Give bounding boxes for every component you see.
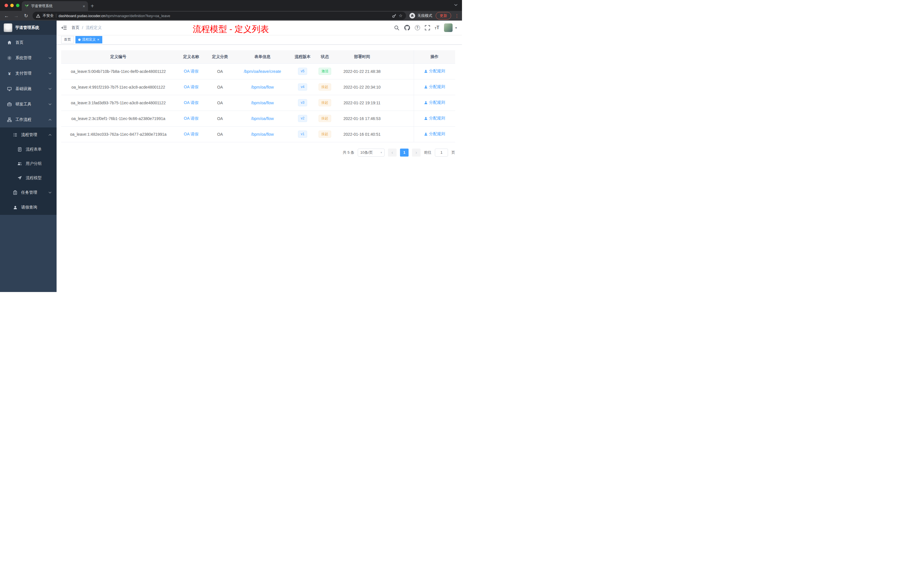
table-row: oa_leave:5:004b710b-7b8a-11ec-8ef0-acde4… — [61, 63, 455, 79]
github-icon[interactable] — [404, 25, 410, 31]
sidebar-item-infrastructure[interactable]: 基础设施 — [0, 81, 56, 97]
help-icon[interactable]: ? — [415, 25, 420, 30]
sidebar-menu: 首页 系统管理 ¥ 支付管理 基础设施 研发工具 — [0, 35, 56, 215]
fullscreen-icon[interactable] — [425, 25, 430, 30]
window-close-button[interactable] — [5, 4, 8, 7]
window-minimize-button[interactable] — [10, 4, 14, 7]
form-info-link[interactable]: /bpm/oa/leave/create — [244, 69, 281, 74]
tag-close-icon[interactable]: × — [97, 38, 99, 41]
col-definition-category: 定义分类 — [207, 50, 233, 63]
col-definition-name: 定义名称 — [175, 50, 207, 63]
sidebar-item-process-management[interactable]: 流程管理 — [0, 127, 56, 142]
definition-name-link[interactable]: OA 请假 — [184, 69, 198, 73]
page-content: 定义编号 定义名称 定义分类 表单信息 流程版本 状态 部署时间 操作 — [56, 45, 462, 157]
sidebar-item-workflow[interactable]: 工作流程 — [0, 112, 56, 127]
reload-icon[interactable]: ↻ — [23, 13, 29, 18]
chevron-down-icon — [49, 104, 51, 105]
password-key-icon[interactable] — [392, 13, 396, 18]
col-status: 状态 — [314, 50, 336, 63]
definition-id: oa_leave:5:004b710b-7b8a-11ec-8ef0-acde4… — [61, 63, 175, 79]
tab-close-icon[interactable]: × — [82, 4, 85, 8]
assign-rule-link[interactable]: 分配规则 — [424, 69, 445, 74]
navbar-actions: ? TT ▾ — [394, 23, 457, 32]
chrome-update-button[interactable]: 更新 — [436, 12, 451, 20]
form-info-link[interactable]: /bpm/oa/flow — [251, 132, 274, 137]
gear-icon — [7, 56, 12, 60]
sidebar-item-process-form[interactable]: 流程表单 — [0, 142, 56, 157]
definition-category: OA — [207, 63, 233, 79]
sidebar-item-system[interactable]: 系统管理 — [0, 50, 56, 66]
security-label: 不安全 — [43, 13, 54, 18]
user-icon — [424, 117, 428, 120]
form-info-link[interactable]: /bpm/oa/flow — [251, 101, 274, 105]
sidebar-item-process-model[interactable]: 流程模型 — [0, 171, 56, 185]
tags-view: 首页 流程定义 × — [56, 35, 462, 45]
goto-label: 前往 — [424, 150, 431, 155]
url-domain: dashboard.yudao.iocoder.cn — [59, 14, 105, 18]
yen-icon: ¥ — [7, 71, 12, 76]
definition-id: oa_leave:4:991f2193-7b7f-11ec-a3c8-acde4… — [61, 79, 175, 95]
sidebar-item-home[interactable]: 首页 — [0, 35, 56, 50]
workflow-icon — [7, 117, 12, 122]
forward-icon[interactable]: → — [13, 13, 20, 18]
form-info-link[interactable]: /bpm/oa/flow — [251, 116, 274, 121]
user-avatar[interactable] — [444, 23, 452, 32]
assign-rule-link[interactable]: 分配规则 — [424, 116, 445, 121]
deploy-time: 2022-01-16 17:46:53 — [336, 111, 388, 126]
address-bar[interactable]: 不安全 dashboard.yudao.iocoder.cn/bpm/manag… — [33, 12, 406, 20]
definition-table: 定义编号 定义名称 定义分类 表单信息 流程版本 状态 部署时间 操作 — [61, 50, 455, 142]
browser-toolbar: ← → ↻ 不安全 dashboard.yudao.iocoder.cn/bpm… — [0, 11, 462, 21]
url-path: /bpm/manager/definition?key=oa_leave — [105, 14, 170, 18]
deploy-time: 2022-01-16 01:40:51 — [336, 126, 388, 142]
tag-process-definition[interactable]: 流程定义 × — [76, 36, 102, 43]
avatar-caret-icon[interactable]: ▾ — [455, 26, 457, 30]
assign-rule-link[interactable]: 分配规则 — [424, 132, 445, 137]
browser-tab[interactable]: 芋道管理系统 × — [22, 1, 88, 11]
sidebar-item-payment[interactable]: ¥ 支付管理 — [0, 66, 56, 81]
sidebar-item-dev-tools[interactable]: 研发工具 — [0, 97, 56, 112]
definition-name-link[interactable]: OA 请假 — [184, 84, 198, 89]
form-info-link[interactable]: /bpm/oa/flow — [251, 85, 274, 89]
assign-rule-link[interactable]: 分配规则 — [424, 84, 445, 89]
next-page-button[interactable]: › — [412, 148, 421, 157]
deploy-time: 2022-01-22 21:48:38 — [336, 63, 388, 79]
user-icon — [13, 205, 18, 210]
font-size-icon[interactable]: TT — [435, 25, 439, 30]
col-filler — [388, 50, 414, 63]
search-icon[interactable] — [394, 25, 399, 31]
col-process-version: 流程版本 — [292, 50, 314, 63]
tab-overflow-icon[interactable] — [454, 4, 457, 6]
page-number-1[interactable]: 1 — [400, 148, 409, 157]
table-row: oa_leave:4:991f2193-7b7f-11ec-a3c8-acde4… — [61, 79, 455, 95]
window-zoom-button[interactable] — [16, 4, 20, 7]
user-icon — [424, 85, 428, 89]
definition-name-link[interactable]: OA 请假 — [184, 100, 198, 105]
sidebar-item-user-group[interactable]: 用户分组 — [0, 157, 56, 171]
prev-page-button[interactable]: ‹ — [388, 148, 396, 157]
new-tab-button[interactable]: + — [88, 2, 97, 10]
definition-id: oa_leave:1:482ec033-762a-11ec-8477-a2380… — [61, 126, 175, 142]
breadcrumb-home[interactable]: 首页 — [71, 25, 79, 30]
definition-name-link[interactable]: OA 请假 — [184, 116, 198, 120]
browser-menu-icon[interactable]: ⋮ — [455, 13, 459, 18]
active-tag-dot — [78, 39, 81, 41]
annotation-title: 流程模型 - 定义列表 — [193, 23, 269, 35]
app-title: 芋道管理系统 — [15, 25, 39, 30]
version-badge: v5 — [298, 68, 307, 75]
tag-home[interactable]: 首页 — [61, 36, 74, 43]
sidebar-item-task-management[interactable]: 任务管理 — [0, 185, 56, 200]
logo-avatar — [4, 23, 12, 32]
page-size-select[interactable]: 10条/页 ▾ — [358, 148, 384, 157]
sidebar-toggle-icon[interactable] — [61, 25, 67, 30]
assign-rule-link[interactable]: 分配规则 — [424, 100, 445, 105]
list-icon — [13, 133, 18, 137]
definition-name-link[interactable]: OA 请假 — [184, 132, 198, 136]
filler-cell — [388, 95, 414, 111]
tab-title: 芋道管理系统 — [31, 4, 80, 8]
goto-unit: 页 — [451, 150, 455, 155]
back-icon[interactable]: ← — [3, 13, 10, 18]
bookmark-star-icon[interactable]: ☆ — [399, 13, 403, 18]
sidebar-item-leave-query[interactable]: 请假查询 — [0, 200, 56, 215]
goto-page-input[interactable] — [435, 148, 448, 157]
col-form-info: 表单信息 — [233, 50, 292, 63]
